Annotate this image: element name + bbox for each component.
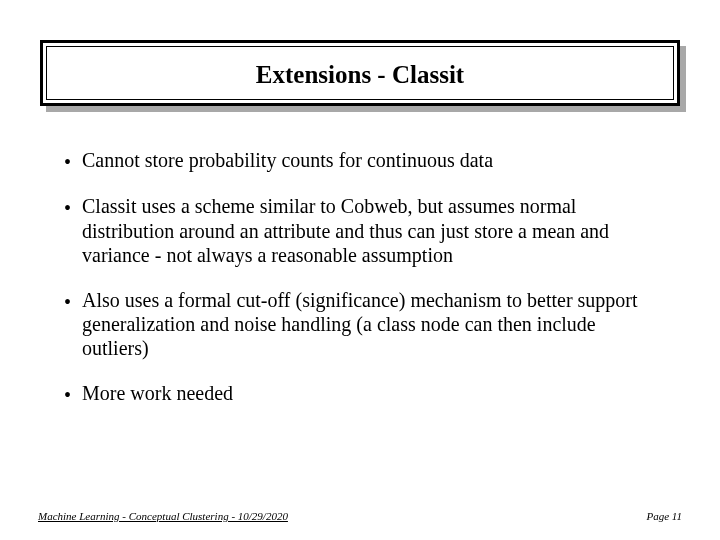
list-item: • Also uses a formal cut-off (significan… [64, 288, 656, 361]
bullet-dot-icon: • [64, 148, 82, 174]
bullet-list: • Cannot store probability counts for co… [38, 148, 682, 407]
bullet-text: Cannot store probability counts for cont… [82, 148, 656, 172]
bullet-dot-icon: • [64, 381, 82, 407]
title-box: Extensions - Classit [40, 40, 680, 106]
title-container: Extensions - Classit [40, 40, 680, 106]
bullet-dot-icon: • [64, 194, 82, 220]
bullet-text: Classit uses a scheme similar to Cobweb,… [82, 194, 656, 267]
list-item: • More work needed [64, 381, 656, 407]
bullet-text: More work needed [82, 381, 656, 405]
list-item: • Cannot store probability counts for co… [64, 148, 656, 174]
slide: Extensions - Classit • Cannot store prob… [0, 0, 720, 540]
footer-right: Page 11 [646, 510, 682, 522]
list-item: • Classit uses a scheme similar to Cobwe… [64, 194, 656, 267]
bullet-dot-icon: • [64, 288, 82, 314]
footer: Machine Learning - Conceptual Clustering… [38, 510, 682, 522]
slide-title: Extensions - Classit [53, 61, 667, 89]
bullet-text: Also uses a formal cut-off (significance… [82, 288, 656, 361]
footer-left: Machine Learning - Conceptual Clustering… [38, 510, 288, 522]
